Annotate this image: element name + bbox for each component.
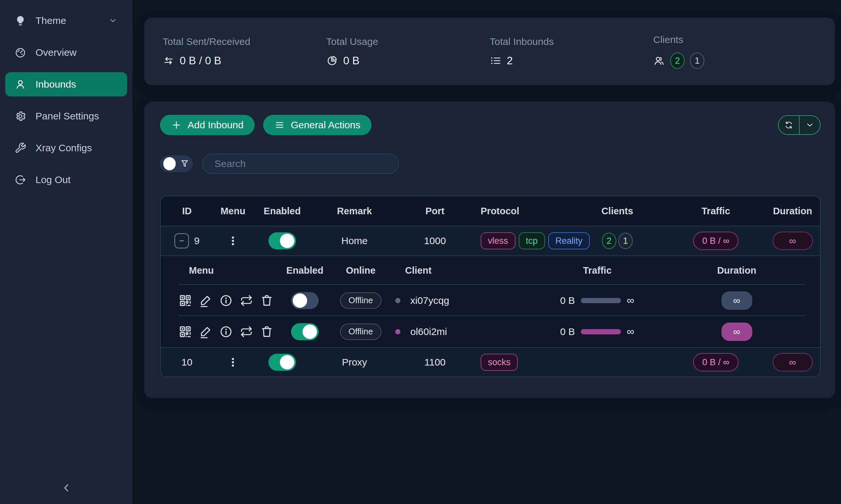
edit-icon[interactable] (199, 294, 212, 307)
inbound-id: 10 (161, 357, 213, 368)
header-menu: Menu (178, 265, 277, 276)
traffic-badge: 0 B / ∞ (693, 353, 738, 372)
stat-label: Total Sent/Received (162, 36, 326, 47)
header-port: Port (397, 206, 473, 217)
header-id: ID (161, 206, 213, 217)
stats-card: Total Sent/Received 0 B / 0 B Total Usag… (144, 18, 835, 85)
traffic-total: ∞ (627, 325, 634, 338)
duration-badge: ∞ (721, 323, 752, 341)
refresh-dropdown-button[interactable] (799, 116, 820, 134)
sidebar-item-xray-configs[interactable]: Xray Configs (5, 136, 127, 160)
delete-icon[interactable] (260, 294, 274, 307)
filter-row (160, 154, 821, 174)
list-icon (490, 55, 502, 67)
user-group-icon (653, 55, 665, 67)
header-enabled: Enabled (277, 265, 333, 276)
protocol-badge: tcp (519, 232, 545, 249)
inbound-port: 1000 (397, 235, 473, 247)
sidebar-item-label: Log Out (35, 174, 71, 185)
collapse-row-button[interactable] (174, 233, 189, 248)
qr-code-icon[interactable] (178, 325, 192, 339)
inbound-enabled-toggle[interactable] (269, 354, 296, 371)
client-name: ol60i2mi (410, 326, 447, 337)
inbound-port: 1100 (397, 357, 473, 368)
wrench-icon (15, 142, 26, 154)
pie-chart-icon (326, 55, 338, 67)
clients-subtable: Menu Enabled Online Client Traffic Durat… (161, 255, 820, 347)
sidebar-item-log-out[interactable]: Log Out (5, 168, 127, 192)
stat-label: Clients (653, 34, 817, 45)
search-input[interactable] (202, 154, 399, 174)
funnel-icon (180, 159, 190, 169)
edit-icon[interactable] (199, 325, 212, 339)
inbounds-panel: Add Inbound General Actions (144, 102, 835, 398)
stat-clients: Clients 2 1 (653, 34, 817, 69)
row-menu-kebab-icon[interactable] (226, 234, 240, 247)
header-remark: Remark (312, 206, 397, 217)
clients-online-badge: 2 (602, 233, 616, 249)
header-duration: Duration (668, 265, 806, 276)
qr-code-icon[interactable] (178, 294, 192, 307)
sidebar-collapse-button[interactable] (0, 482, 132, 494)
clients-deactive-badge: 1 (618, 233, 633, 249)
header-clients: Clients (568, 206, 667, 217)
filter-toggle[interactable] (160, 155, 193, 172)
add-inbound-label: Add Inbound (188, 120, 243, 131)
sidebar-item-overview[interactable]: Overview (5, 40, 127, 65)
header-traffic: Traffic (667, 206, 765, 217)
duration-badge: ∞ (773, 232, 813, 250)
clients-online-badge: 2 (670, 53, 685, 69)
client-color-dot (395, 329, 400, 335)
sidebar-item-theme[interactable]: Theme (5, 8, 127, 33)
sidebar-item-label: Xray Configs (35, 142, 92, 154)
online-status-badge: Offline (340, 324, 382, 340)
info-icon[interactable] (219, 325, 233, 339)
chevron-down-icon (805, 120, 815, 130)
delete-icon[interactable] (260, 325, 274, 339)
table-header-row: ID Menu Enabled Remark Port Protocol Cli… (161, 196, 820, 226)
reset-traffic-icon[interactable] (240, 325, 253, 339)
stat-label: Total Inbounds (490, 36, 653, 47)
duration-badge: ∞ (721, 291, 752, 310)
stat-value: 0 B (343, 54, 360, 67)
traffic-progress-bar (581, 298, 621, 303)
client-color-dot (395, 298, 400, 303)
row-menu-kebab-icon[interactable] (226, 356, 240, 369)
sidebar-item-label: Panel Settings (35, 111, 99, 122)
traffic-progress-bar (581, 329, 621, 335)
inbound-id: 9 (194, 235, 200, 247)
header-duration: Duration (765, 206, 820, 217)
traffic-total: ∞ (627, 294, 634, 306)
stat-total-usage: Total Usage 0 B (326, 36, 490, 67)
info-icon[interactable] (219, 294, 233, 307)
header-menu: Menu (213, 206, 253, 217)
stat-label: Total Usage (326, 36, 490, 47)
sidebar-item-label: Overview (35, 47, 76, 58)
logout-icon (15, 174, 26, 186)
actions-row: Add Inbound General Actions (160, 115, 821, 135)
main-content: Total Sent/Received 0 B / 0 B Total Usag… (132, 0, 841, 504)
client-enabled-toggle[interactable] (291, 292, 319, 309)
reset-traffic-icon[interactable] (240, 294, 253, 307)
sidebar-item-panel-settings[interactable]: Panel Settings (5, 104, 127, 128)
client-enabled-toggle[interactable] (291, 323, 319, 340)
inbound-remark: Home (312, 235, 397, 247)
inbound-row-9: 9 Home 1000 vless tcp Reality (161, 226, 820, 255)
protocol-badge: vless (481, 232, 515, 249)
inbound-remark: Proxy (312, 357, 397, 368)
plus-icon (171, 120, 182, 130)
client-row: Offline xi07ycqg 0 B ∞ ∞ (161, 285, 820, 316)
refresh-button[interactable] (778, 116, 799, 134)
traffic-badge: 0 B / ∞ (693, 232, 738, 250)
clients-header-row: Menu Enabled Online Client Traffic Durat… (161, 256, 820, 285)
stat-value: 2 (507, 54, 513, 67)
client-row: Offline ol60i2mi 0 B ∞ ∞ (161, 316, 820, 347)
refresh-split-button (778, 115, 821, 135)
gear-icon (15, 110, 26, 122)
inbound-enabled-toggle[interactable] (269, 232, 296, 249)
sidebar-item-inbounds[interactable]: Inbounds (5, 72, 127, 96)
sidebar: Theme Overview Inbounds Panel Settings X… (0, 0, 132, 504)
general-actions-button[interactable]: General Actions (263, 115, 372, 135)
traffic-used: 0 B (560, 326, 575, 337)
add-inbound-button[interactable]: Add Inbound (160, 115, 255, 135)
